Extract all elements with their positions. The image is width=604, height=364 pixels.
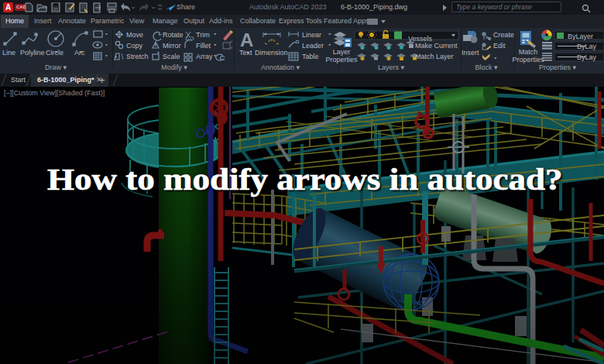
svg-text:A: A bbox=[240, 29, 253, 50]
